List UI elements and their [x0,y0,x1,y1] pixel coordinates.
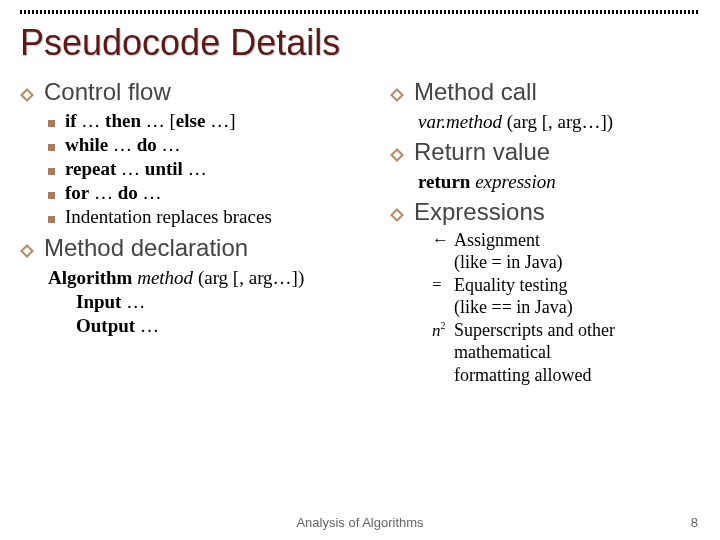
expr-desc: Assignment [454,230,540,252]
heading-expressions: Expressions [390,198,700,226]
diamond-icon [20,86,34,100]
diamond-icon [20,242,34,256]
expressions-block: ← Assignment (like = in Java) = Equality… [432,230,700,387]
expr-desc: mathematical [454,342,551,364]
method-call-line: var.method (arg [, arg…]) [418,110,700,134]
expr-row-superscript-3: formatting allowed [432,365,700,387]
square-icon [48,144,55,151]
expr-desc: (like = in Java) [454,252,563,274]
expr-row-superscript-2: mathematical [432,342,700,364]
list-item: while … do … [48,134,390,156]
diamond-icon [390,206,404,220]
content-area: Control flow if … then … [else …] while … [0,78,720,388]
expr-desc: Equality testing [454,275,567,297]
heading-method-declaration: Method declaration [20,234,390,262]
square-icon [48,168,55,175]
diamond-icon [390,146,404,160]
heading-return-value: Return value [390,138,700,166]
equals-symbol: = [432,275,454,295]
expr-row-superscript: n2 Superscripts and other [432,320,700,342]
slide-title: Pseudocode Details [0,14,720,78]
page-number: 8 [691,515,698,530]
list-text: if … then … [else …] [65,110,235,132]
assign-symbol: ← [432,230,454,250]
list-text: for … do … [65,182,162,204]
expr-row-eq-note: (like == in Java) [432,297,700,319]
list-text: while … do … [65,134,181,156]
list-item: Indentation replaces braces [48,206,390,228]
heading-method-call: Method call [390,78,700,106]
expr-desc: formatting allowed [454,365,591,387]
expr-row-assign-note: (like = in Java) [432,252,700,274]
diamond-icon [390,86,404,100]
square-icon [48,120,55,127]
square-icon [48,216,55,223]
superscript-symbol: n2 [432,320,454,341]
footer-text: Analysis of Algorithms [0,515,720,530]
method-declaration-block: Algorithm method (arg [, arg…]) Input … … [48,266,390,337]
heading-text: Return value [414,138,550,166]
list-item: repeat … until … [48,158,390,180]
expr-desc: (like == in Java) [454,297,573,319]
right-column: Method call var.method (arg [, arg…]) Re… [390,78,700,388]
return-line: return expression [418,170,700,194]
heading-text: Control flow [44,78,171,106]
list-text: Indentation replaces braces [65,206,272,228]
left-column: Control flow if … then … [else …] while … [20,78,390,388]
heading-control-flow: Control flow [20,78,390,106]
list-item: if … then … [else …] [48,110,390,132]
heading-text: Method call [414,78,537,106]
heading-text: Expressions [414,198,545,226]
list-text: repeat … until … [65,158,207,180]
expr-row-eq: = Equality testing [432,275,700,297]
square-icon [48,192,55,199]
heading-text: Method declaration [44,234,248,262]
control-flow-list: if … then … [else …] while … do … repeat… [48,110,390,228]
expr-row-assign: ← Assignment [432,230,700,252]
expr-desc: Superscripts and other [454,320,615,342]
list-item: for … do … [48,182,390,204]
